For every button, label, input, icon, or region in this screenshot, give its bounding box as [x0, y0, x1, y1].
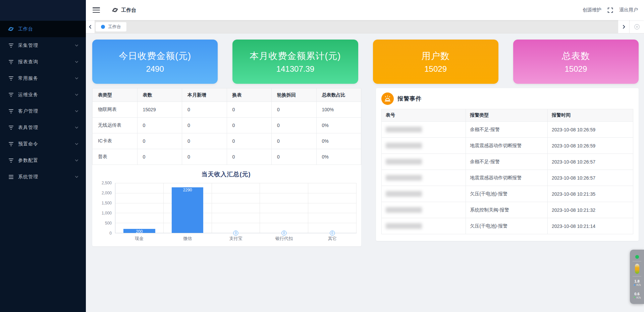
chevron-down-icon [75, 44, 78, 47]
sidebar-item-services[interactable]: 常用服务 [0, 70, 86, 86]
header-actions: 创源维护 退出用户 [583, 7, 638, 13]
sidebar-item-operations[interactable]: 运维业务 [0, 86, 86, 103]
tabs-scroll-left-button[interactable] [86, 20, 95, 33]
cell: 物联网表 [93, 102, 138, 118]
table-row: 地震震感器动作切断报警2023-10-08 10:26:59 [382, 138, 633, 154]
sidebar-item-label: 运维业务 [18, 92, 75, 98]
filter-icon [8, 75, 14, 81]
cell: 无线远传表 [93, 118, 138, 133]
alarm-time: 2023-10-08 10:21:14 [548, 218, 633, 234]
upload-unit: K/s [636, 283, 641, 287]
chevron-down-icon [75, 175, 78, 179]
y-tick: 2,000 [102, 191, 112, 195]
cell: 0 [227, 102, 272, 118]
table-row: 地震震感器动作切断报警2023-10-08 10:26:57 [382, 170, 633, 186]
x-tick: 银行代扣 [260, 236, 308, 242]
chart-title: 当天收入汇总(元) [96, 170, 357, 178]
alarm-type: 余额不足-报警 [466, 154, 548, 170]
col-header: 总表数占比 [316, 88, 361, 102]
alarm-panel-header: 报警事件 [381, 92, 633, 105]
sidebar-item-preset-commands[interactable]: 预置命令 [0, 136, 86, 152]
hamburger-menu-icon[interactable] [93, 7, 100, 13]
upload-value: 1.8 [634, 279, 639, 283]
chart-x-axis: 现金 微信 支付宝 银行代扣 其它 [115, 236, 357, 242]
sidebar-item-label: 客户管理 [18, 108, 75, 114]
chevron-down-icon [75, 142, 78, 146]
sidebar-item-workbench[interactable]: 工作台 [0, 21, 86, 37]
alarm-time: 2023-10-08 10:21:35 [548, 186, 633, 202]
chevron-down-icon [75, 126, 78, 129]
download-speed: 0.6 ▼K/s [630, 289, 644, 302]
sidebar-item-parameters[interactable]: 参数配置 [0, 152, 86, 169]
fullscreen-icon[interactable] [607, 7, 613, 13]
income-bar-chart: 当天收入汇总(元) 2,500 2,000 1,500 1,000 500 0 [92, 165, 361, 246]
blurred-meter-number [386, 127, 422, 132]
sidebar-item-label: 采集管理 [18, 43, 75, 49]
chevron-down-icon [75, 109, 78, 113]
battery-gauge-icon [630, 261, 644, 276]
filter-icon [8, 125, 14, 130]
close-tabs-icon[interactable] [629, 20, 644, 33]
cell: 15029 [137, 102, 182, 118]
app-root: 工作台 采集管理 报表查询 常用服务 运维业务 [0, 0, 644, 312]
chart-plot-area: 200 2290 0 0 0 [115, 183, 357, 233]
alarm-time: 2023-10-08 10:26:59 [548, 122, 633, 138]
cell: 0 [227, 149, 272, 165]
sidebar-item-label: 报表查询 [18, 59, 75, 65]
sidebar-item-label: 表具管理 [18, 125, 75, 131]
alarm-time: 2023-10-08 10:26:57 [548, 170, 633, 186]
stat-card-label: 总表数 [562, 50, 590, 62]
sidebar-item-collection[interactable]: 采集管理 [0, 37, 86, 54]
tab-label: 工作台 [108, 24, 121, 30]
download-value: 0.6 [634, 292, 639, 296]
meter-no-masked [382, 218, 466, 234]
tab-workbench[interactable]: 工作台 [96, 22, 126, 32]
stat-card-user-count: 用户数 15029 [373, 40, 498, 84]
blurred-meter-number [386, 191, 422, 197]
chart-slot: 0 [308, 183, 357, 233]
filter-icon [8, 59, 14, 65]
sidebar: 工作台 采集管理 报表查询 常用服务 运维业务 [0, 0, 86, 312]
stat-card-value: 141307.39 [276, 64, 314, 74]
blurred-meter-number [386, 143, 422, 148]
table-row: 欠压(干电池)-报警2023-10-08 10:21:35 [382, 186, 633, 202]
cell: 0 [182, 149, 227, 165]
stat-card-label: 用户数 [422, 50, 450, 62]
chevron-down-icon [75, 76, 78, 80]
bar-value-label: 2290 [183, 188, 192, 192]
sidebar-item-label: 工作台 [18, 26, 78, 32]
network-speed-widget[interactable]: 1.8 ▲K/s 0.6 ▼K/s [630, 250, 644, 304]
cell: 0 [182, 102, 227, 118]
status-dot-icon [630, 252, 644, 261]
stat-card-value: 15029 [424, 64, 447, 74]
sidebar-item-customers[interactable]: 客户管理 [0, 103, 86, 119]
sidebar-item-reports[interactable]: 报表查询 [0, 54, 86, 70]
alarm-table: 表号 报警类型 报警时间 余额不足-报警2023-10-08 10:26:59 … [381, 109, 633, 234]
blurred-meter-number [386, 159, 422, 165]
x-tick: 现金 [115, 236, 163, 242]
page-title: 工作台 [112, 7, 136, 13]
logout-button[interactable]: 退出用户 [619, 7, 638, 13]
alarm-panel-title: 报警事件 [397, 95, 422, 103]
tabs-scroll-right-button[interactable] [618, 20, 629, 33]
cell: 0 [137, 118, 182, 133]
sidebar-item-label: 常用服务 [18, 75, 75, 81]
sidebar-item-meters[interactable]: 表具管理 [0, 119, 86, 136]
sidebar-item-label: 系统管理 [18, 174, 75, 180]
table-row: 无线远传表00000% [93, 118, 361, 133]
filter-icon [8, 141, 14, 147]
chevron-down-icon [75, 93, 78, 97]
col-header: 表数 [137, 88, 182, 102]
col-header: 本月新增 [182, 88, 227, 102]
bar-value-label: 0 [330, 231, 335, 236]
download-unit: K/s [636, 296, 641, 299]
sidebar-item-label: 参数配置 [18, 158, 75, 164]
current-user[interactable]: 创源维护 [583, 7, 601, 13]
bar-value-label: 200 [136, 229, 143, 234]
sidebar-item-system[interactable]: 系统管理 [0, 169, 86, 185]
cell: 0 [137, 133, 182, 149]
table-row: IC卡表00000% [93, 133, 361, 149]
chart-slot: 0 [260, 183, 308, 233]
chart-y-axis: 2,500 2,000 1,500 1,000 500 0 [96, 183, 115, 233]
stat-card-label: 今日收费金额(元) [119, 50, 191, 62]
